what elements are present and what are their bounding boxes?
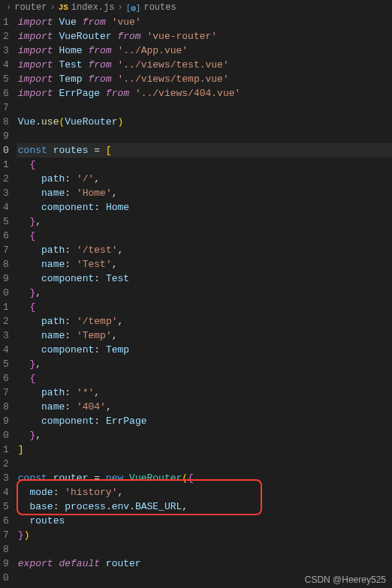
code-line[interactable]: }, (17, 214, 392, 229)
chevron-right-icon: › (6, 2, 11, 13)
code-line[interactable]: component: Temp (17, 343, 392, 357)
gutter: 1234567890123456789012345678901234567890 (0, 15, 17, 585)
code-line[interactable]: Vue.use(VueRouter) (17, 115, 392, 129)
code-line[interactable]: import Vue from 'vue' (17, 15, 392, 29)
code-line[interactable]: name: 'Test', (17, 257, 392, 272)
code-line[interactable]: { (17, 158, 392, 172)
code-line[interactable]: component: Home (17, 200, 392, 214)
code-line[interactable]: import Test from '../views/test.vue' (17, 58, 392, 72)
code-line[interactable]: mode: 'history', (17, 485, 392, 500)
code-line[interactable]: import Home from '../App.vue' (17, 44, 392, 58)
code-line[interactable]: }) (17, 528, 392, 542)
code-line[interactable] (17, 542, 392, 556)
code-line[interactable]: export default router (17, 556, 392, 571)
code-line[interactable]: path: '/temp', (17, 314, 392, 328)
code-line[interactable]: { (17, 371, 392, 386)
code-line[interactable]: path: '*', (17, 386, 392, 400)
code-line[interactable]: { (17, 300, 392, 314)
code-line[interactable]: import Temp from '../views/temp.vue' (17, 72, 392, 86)
code-line[interactable] (17, 457, 392, 471)
code-line[interactable]: base: process.env.BASE_URL, (17, 500, 392, 514)
chevron-right-icon: › (50, 2, 55, 13)
code-line[interactable]: }, (17, 428, 392, 442)
code-line[interactable]: const routes = [ (17, 143, 392, 158)
code-line[interactable] (17, 129, 392, 143)
code-line[interactable]: const router = new VueRouter({ (17, 471, 392, 485)
code-line[interactable]: path: '/', (17, 172, 392, 186)
code-line[interactable]: }, (17, 357, 392, 371)
breadcrumb[interactable]: › router › JS index.js › [◍] routes (0, 0, 392, 15)
code-line[interactable]: import VueRouter from 'vue-router' (17, 29, 392, 44)
code-editor[interactable]: 1234567890123456789012345678901234567890… (0, 15, 392, 585)
code-line[interactable] (17, 100, 392, 115)
code-area[interactable]: import Vue from 'vue' import VueRouter f… (17, 15, 392, 585)
code-line[interactable]: import ErrPage from '../views/404.vue' (17, 86, 392, 100)
breadcrumb-file[interactable]: index.js (71, 2, 115, 13)
code-line[interactable]: ] (17, 442, 392, 457)
js-icon: JS (59, 3, 68, 12)
code-line[interactable]: routes (17, 514, 392, 528)
code-line[interactable]: }, (17, 286, 392, 300)
code-line[interactable]: component: Test (17, 272, 392, 286)
breadcrumb-symbol[interactable]: routes (143, 2, 176, 13)
variable-icon: [◍] (126, 3, 141, 13)
code-line[interactable]: name: 'Temp', (17, 328, 392, 343)
watermark: CSDN @Heerey525 (305, 574, 386, 585)
code-line[interactable]: { (17, 229, 392, 243)
code-line[interactable]: name: '404', (17, 400, 392, 414)
code-line[interactable]: component: ErrPage (17, 414, 392, 428)
code-line[interactable]: path: '/test', (17, 243, 392, 257)
code-line[interactable]: name: 'Home', (17, 186, 392, 200)
breadcrumb-folder[interactable]: router (14, 2, 47, 13)
chevron-right-icon: › (117, 2, 122, 13)
